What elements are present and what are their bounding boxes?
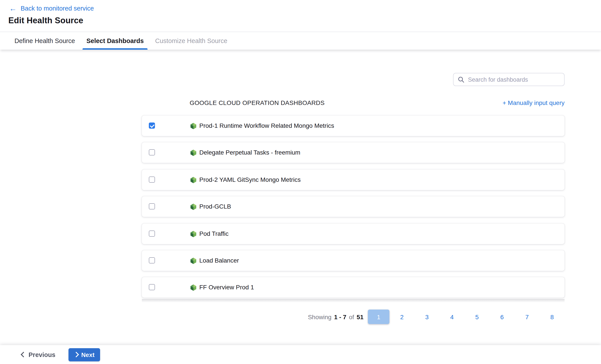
dashboard-label: Delegate Perpetual Tasks - freemium (199, 142, 300, 163)
showing-of: of (349, 313, 354, 320)
dashboard-hexagon-icon (190, 257, 197, 264)
tab-define-health-source[interactable]: Define Health Source (10, 32, 79, 50)
dashboard-label: Prod-2 YAML GitSync Mongo Metrics (199, 170, 301, 190)
dashboard-checkbox[interactable] (149, 150, 155, 156)
dashboard-label: Pod Traffic (199, 223, 229, 244)
page-title: Edit Health Source (8, 16, 83, 25)
dashboard-row[interactable]: Load Balancer (142, 250, 565, 271)
tabbar: Define Health Source Select Dashboards C… (0, 32, 601, 50)
dashboard-row[interactable]: Prod-2 YAML GitSync Mongo Metrics (142, 170, 565, 190)
dashboard-hexagon-icon (190, 203, 197, 210)
dashboard-row[interactable]: Delegate Perpetual Tasks - freemium (142, 142, 565, 163)
search-input[interactable] (468, 73, 561, 86)
dashboard-row[interactable]: Prod-GCLB (142, 196, 565, 217)
dashboard-label: FF Overview Prod 1 (199, 277, 254, 298)
page-button[interactable]: 7 (514, 313, 540, 320)
next-button[interactable]: Next (69, 348, 100, 361)
dashboard-list: Prod-1 Runtime Workflow Related Mongo Me… (142, 115, 565, 304)
arrow-left-icon: ← (9, 5, 17, 12)
showing-range: 1 - 7 (334, 313, 346, 320)
chevron-right-icon (73, 352, 79, 357)
dashboard-search (453, 73, 565, 86)
page-button[interactable]: 3 (414, 313, 440, 320)
chevron-left-icon (21, 352, 26, 357)
tab-customize-health-source[interactable]: Customize Health Source (151, 32, 231, 50)
page-button[interactable]: 8 (540, 313, 565, 320)
search-icon (458, 76, 464, 83)
dashboard-row[interactable]: Pod Traffic (142, 223, 565, 244)
dashboard-label: Load Balancer (199, 250, 239, 271)
list-header-row: GOOGLE CLOUD OPERATION DASHBOARDS + Manu… (190, 99, 565, 106)
showing-prefix: Showing (308, 313, 331, 320)
manually-input-query-link[interactable]: + Manually input query (502, 99, 565, 106)
dashboard-checkbox[interactable] (149, 203, 155, 209)
dashboard-checkbox[interactable] (149, 284, 155, 291)
dashboard-label: Prod-GCLB (199, 196, 231, 217)
edit-health-source-page: ← Back to monitored service Edit Health … (0, 0, 601, 364)
dashboard-hexagon-icon (190, 150, 197, 157)
next-button-label: Next (81, 351, 95, 358)
dashboard-row[interactable]: FF Overview Prod 1 (142, 277, 565, 298)
dashboard-checkbox[interactable] (149, 177, 155, 183)
page-button-active[interactable]: 1 (368, 310, 389, 324)
previous-button[interactable]: Previous (21, 351, 56, 358)
previous-button-label: Previous (29, 351, 56, 358)
page-button[interactable]: 4 (440, 313, 464, 320)
list-bottom-shadow (142, 299, 565, 303)
dashboard-checkbox[interactable] (149, 230, 155, 236)
dashboard-hexagon-icon (190, 230, 197, 237)
showing-text: Showing 1 - 7 of 51 (307, 313, 363, 320)
back-link-label: Back to monitored service (21, 5, 94, 12)
pagination: Showing 1 - 7 of 51 1 2 3 4 5 6 7 8 (142, 310, 565, 324)
page-button[interactable]: 2 (389, 313, 414, 320)
showing-total: 51 (357, 313, 363, 320)
dashboard-row[interactable]: Prod-1 Runtime Workflow Related Mongo Me… (142, 115, 565, 136)
dashboard-hexagon-icon (190, 177, 197, 183)
back-link[interactable]: ← Back to monitored service (9, 4, 94, 13)
tab-select-dashboards[interactable]: Select Dashboards (82, 32, 148, 50)
dashboard-label: Prod-1 Runtime Workflow Related Mongo Me… (199, 115, 334, 136)
footer-bar: Previous Next (0, 345, 601, 364)
section-title: GOOGLE CLOUD OPERATION DASHBOARDS (190, 99, 325, 106)
page-button[interactable]: 6 (490, 313, 514, 320)
dashboard-checkbox[interactable] (149, 122, 155, 129)
page-button[interactable]: 5 (464, 313, 490, 320)
dashboard-hexagon-icon (190, 284, 197, 291)
dashboard-hexagon-icon (190, 122, 197, 130)
dashboard-checkbox[interactable] (149, 257, 155, 263)
